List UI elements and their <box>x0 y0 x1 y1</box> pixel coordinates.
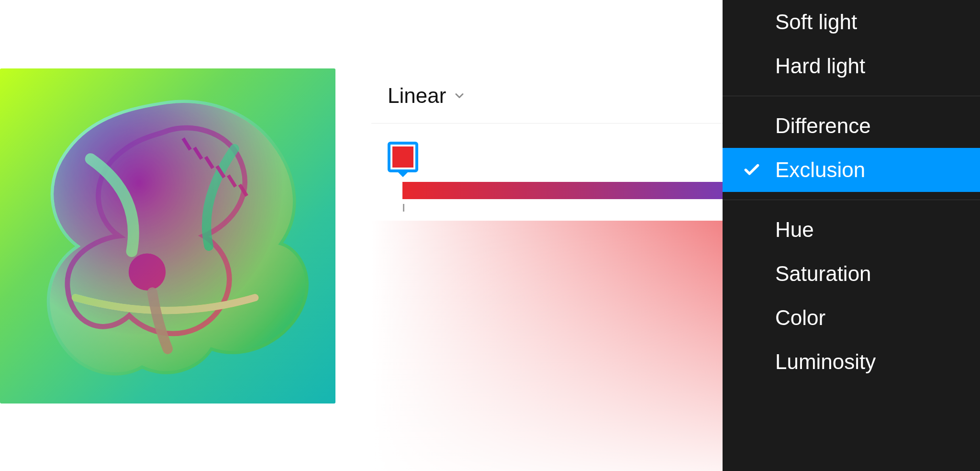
blend-mode-option-saturation[interactable]: Saturation <box>723 252 980 296</box>
blend-mode-option-label: Hue <box>775 218 814 242</box>
check-icon <box>743 161 761 179</box>
blend-mode-option-label: Soft light <box>775 10 857 34</box>
blend-mode-menu[interactable]: Soft lightHard lightDifferenceExclusionH… <box>723 0 980 471</box>
blend-mode-option-soft-light[interactable]: Soft light <box>723 0 980 44</box>
gradient-type-select[interactable]: Linear <box>388 84 466 108</box>
chevron-down-icon <box>453 89 466 102</box>
preview-shape-svg <box>13 82 322 390</box>
layer-preview <box>0 68 335 404</box>
blend-mode-option-label: Hard light <box>775 54 865 78</box>
menu-separator <box>723 200 980 200</box>
menu-separator <box>723 96 980 96</box>
gradient-stop-left[interactable] <box>388 142 418 172</box>
blend-mode-option-label: Saturation <box>775 262 871 286</box>
blend-mode-option-exclusion[interactable]: Exclusion <box>723 148 980 192</box>
gradient-type-label: Linear <box>388 84 446 108</box>
svg-point-0 <box>129 253 166 290</box>
blend-mode-option-label: Difference <box>775 114 871 138</box>
blend-mode-option-difference[interactable]: Difference <box>723 104 980 148</box>
blend-mode-option-hue[interactable]: Hue <box>723 208 980 252</box>
blend-mode-option-luminosity[interactable]: Luminosity <box>723 340 980 384</box>
gradient-stop-tick <box>403 204 404 212</box>
blend-mode-option-color[interactable]: Color <box>723 296 980 340</box>
blend-mode-option-label: Exclusion <box>775 158 865 182</box>
blend-mode-option-label: Luminosity <box>775 350 876 374</box>
blend-mode-option-label: Color <box>775 306 825 330</box>
blend-mode-option-hard-light[interactable]: Hard light <box>723 44 980 88</box>
preview-blended-shape <box>0 68 335 404</box>
